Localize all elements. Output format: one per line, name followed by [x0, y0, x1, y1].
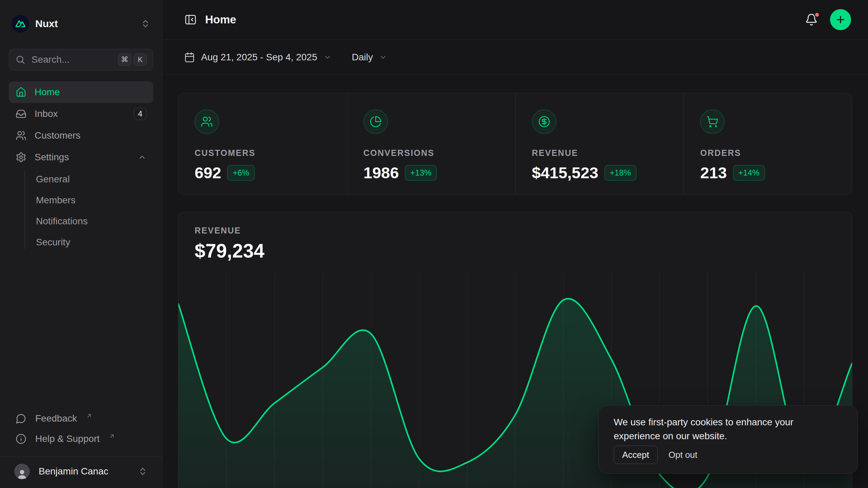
shopping-cart-icon [706, 116, 718, 128]
sidebar-item-label: Settings [35, 152, 69, 163]
search-shortcut: ⌘ K [118, 54, 147, 66]
granularity-select[interactable]: Daily [352, 52, 387, 63]
date-range-picker[interactable]: Aug 21, 2025 - Sep 4, 2025 [184, 52, 332, 63]
stat-icon-circle [195, 109, 219, 134]
sidebar-item-feedback[interactable]: Feedback [9, 408, 153, 429]
stat-label: CUSTOMERS [195, 148, 331, 158]
external-link-icon [86, 412, 93, 419]
stat-delta-badge: +13% [405, 165, 437, 181]
settings-subnav: General Members Notifications Security [9, 169, 153, 253]
granularity-label: Daily [352, 52, 373, 63]
search-icon [15, 55, 25, 65]
sidebar-item-home[interactable]: Home [9, 81, 153, 103]
stats-row: CUSTOMERS 692 +6% CONVERSIONS 1986 +13% [178, 93, 852, 195]
home-icon [16, 87, 26, 98]
date-range-label: Aug 21, 2025 - Sep 4, 2025 [201, 52, 317, 63]
calendar-icon [184, 52, 195, 63]
sidebar-nav: Home Inbox 4 Customers Settings General … [9, 81, 153, 253]
sidebar-item-label: Home [35, 87, 60, 98]
brand-name: Nuxt [35, 18, 58, 29]
user-menu[interactable]: Benjamin Canac [9, 457, 153, 488]
gear-icon [16, 152, 26, 163]
stat-delta-badge: +6% [227, 165, 255, 181]
collapse-sidebar-button[interactable] [184, 13, 197, 26]
stat-label: CONVERSIONS [363, 148, 499, 158]
message-circle-icon [16, 413, 26, 424]
inbox-count-badge: 4 [134, 108, 146, 120]
stat-delta-badge: +14% [733, 165, 765, 181]
sidebar-item-customers[interactable]: Customers [9, 125, 153, 146]
plus-icon [835, 14, 846, 25]
stat-value: $415,523 [532, 163, 598, 182]
external-link-icon [108, 433, 115, 440]
stat-value: 213 [700, 163, 727, 182]
sidebar-item-label: Feedback [35, 413, 77, 424]
workspace-switcher[interactable]: Nuxt [9, 12, 153, 35]
stat-label: ORDERS [700, 148, 836, 158]
cookie-banner: We use first-party cookies to enhance yo… [598, 405, 858, 474]
topbar: Home [162, 0, 868, 40]
new-item-button[interactable] [830, 9, 851, 30]
users-icon [201, 116, 213, 128]
sidebar-item-settings[interactable]: Settings [9, 146, 153, 168]
sidebar-item-label: Help & Support [35, 433, 100, 444]
stat-icon-circle [532, 109, 556, 134]
revenue-value: $79,234 [195, 240, 836, 262]
cookie-message: We use first-party cookies to enhance yo… [614, 415, 831, 443]
chevron-up-down-icon [138, 466, 148, 476]
notifications-button[interactable] [805, 13, 818, 26]
stat-value: 692 [195, 163, 221, 182]
sidebar-item-label: Inbox [35, 108, 58, 119]
sidebar-item-general[interactable]: General [36, 169, 153, 190]
kbd-k: K [134, 54, 147, 66]
inbox-icon [16, 108, 26, 119]
sidebar-item-notifications[interactable]: Notifications [36, 211, 153, 232]
sidebar: Nuxt Search... ⌘ K Home Inbox 4 Cu [0, 0, 162, 488]
circle-dollar-icon [538, 116, 550, 128]
accept-cookies-button[interactable]: Accept [614, 446, 658, 464]
users-icon [16, 130, 26, 141]
stat-icon-circle [363, 109, 388, 134]
stat-card-conversions[interactable]: CONVERSIONS 1986 +13% [347, 93, 515, 195]
sidebar-item-inbox[interactable]: Inbox 4 [9, 103, 153, 125]
sidebar-item-security[interactable]: Security [36, 232, 153, 253]
nuxt-logo [12, 15, 29, 33]
stat-icon-circle [700, 109, 725, 134]
page-title: Home [205, 13, 236, 26]
sidebar-item-help-support[interactable]: Help & Support [9, 429, 153, 449]
panel-left-icon [184, 13, 197, 26]
chevron-up-down-icon [140, 19, 151, 29]
sidebar-item-members[interactable]: Members [36, 190, 153, 211]
stat-delta-badge: +18% [605, 165, 636, 181]
stat-label: REVENUE [532, 148, 668, 158]
search-placeholder: Search... [32, 54, 70, 65]
search-input[interactable]: Search... ⌘ K [9, 49, 153, 70]
info-icon [16, 433, 26, 444]
filter-bar: Aug 21, 2025 - Sep 4, 2025 Daily [162, 40, 868, 75]
revenue-label: REVENUE [195, 226, 836, 236]
optout-cookies-button[interactable]: Opt out [669, 450, 697, 460]
sidebar-spacer [9, 253, 153, 408]
stat-card-customers[interactable]: CUSTOMERS 692 +6% [178, 93, 347, 195]
stat-card-revenue[interactable]: REVENUE $415,523 +18% [515, 93, 684, 195]
pie-chart-icon [370, 116, 382, 128]
sidebar-item-label: Customers [35, 130, 80, 141]
stat-card-orders[interactable]: ORDERS 213 +14% [684, 93, 852, 195]
chevron-down-icon [379, 53, 387, 61]
sidebar-footer-nav: Feedback Help & Support [9, 408, 153, 449]
chevron-up-icon [138, 153, 146, 162]
app-root: Nuxt Search... ⌘ K Home Inbox 4 Cu [0, 0, 868, 488]
user-name: Benjamin Canac [39, 466, 108, 477]
chevron-down-icon [323, 53, 332, 61]
stat-value: 1986 [363, 163, 399, 182]
avatar [14, 464, 30, 479]
notification-dot [814, 12, 820, 18]
kbd-meta: ⌘ [118, 54, 131, 66]
